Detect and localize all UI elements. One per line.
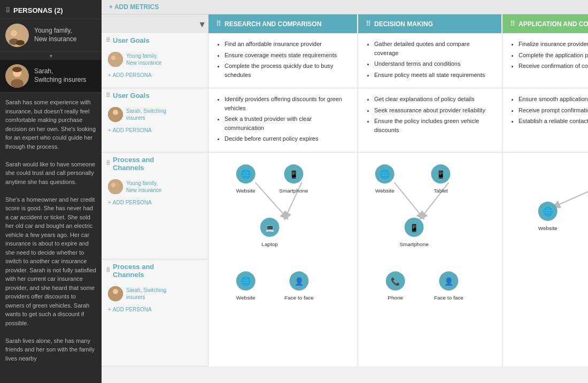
- phase-label-research: RESEARCH AND COMPARISON: [225, 20, 321, 28]
- svg-point-10: [111, 56, 115, 60]
- persona-row-name-sarah-channels: Sarah, Switching insurers: [126, 287, 166, 301]
- process-channels-cells-1: 🌐 Website 📱 Smartphone 💻 Laptop: [208, 152, 588, 259]
- svg-text:🌐: 🌐: [543, 206, 553, 216]
- avatar-sarah: [5, 64, 29, 88]
- persona-row-sarah-2: Sarah, Switching insurers: [106, 105, 204, 124]
- svg-text:Laptop: Laptop: [261, 241, 278, 247]
- phase-grid-icon-research: ⠿: [216, 20, 221, 28]
- user-goals-label-2: ⠿ User Goals: [106, 91, 204, 103]
- avatar-row-young-family-channels: [108, 179, 123, 194]
- svg-text:📱: 📱: [436, 170, 446, 179]
- svg-text:Website: Website: [236, 295, 256, 301]
- svg-point-2: [18, 32, 23, 37]
- cell-research-goals-2: Identify providers offering discounts fo…: [208, 88, 358, 152]
- persona-name-young-family: Young family, New insurance: [34, 27, 76, 43]
- cell-research-goals-1: Find an affordable insurance provider En…: [208, 33, 358, 88]
- svg-point-16: [116, 183, 120, 187]
- collapse-arrow-icon[interactable]: ▼: [198, 20, 206, 29]
- user-goals-cells-2: Identify providers offering discounts fo…: [208, 88, 588, 152]
- phase-header-row: ▼ ⠿ RESEARCH AND COMPARISON ⠿ DECISION M…: [102, 14, 588, 33]
- svg-text:🌐: 🌐: [241, 169, 251, 179]
- user-goals-left-2: ⠿ User Goals Sarah, Switching insur: [102, 88, 208, 152]
- svg-point-11: [116, 57, 120, 60]
- section-drag-icon-2: ⠿: [106, 92, 110, 99]
- cell-decision-goals-1: Gather detailed quotes and compare cover…: [358, 33, 502, 88]
- journey-scroll-area[interactable]: ▼ ⠿ RESEARCH AND COMPARISON ⠿ DECISION M…: [102, 14, 588, 383]
- persona-row-name-young-family-1: Young family, New insurance: [126, 52, 161, 66]
- svg-text:Face to face: Face to face: [434, 295, 463, 301]
- svg-line-39: [556, 182, 588, 206]
- svg-text:💻: 💻: [265, 223, 275, 232]
- svg-text:🌐: 🌐: [241, 276, 251, 286]
- phase-header-decision: ⠿ DECISION MAKING: [358, 14, 502, 33]
- phase-header-application: ⠿ APPLICATION AND CONFIRMA...: [502, 14, 588, 33]
- svg-text:Tablet: Tablet: [434, 188, 448, 194]
- phase-header-research: ⠿ RESEARCH AND COMPARISON: [208, 14, 358, 33]
- svg-text:Face to face: Face to face: [284, 295, 314, 301]
- process-channels-row-2: ⠿ Process andChannels Sarah, Switching: [102, 259, 588, 366]
- svg-text:Phone: Phone: [388, 295, 403, 301]
- svg-point-4: [16, 40, 25, 45]
- process-channels-left-1: ⠿ Process andChannels Young fami: [102, 152, 208, 259]
- persona-bio: Sarah has some experience with insurance…: [0, 93, 102, 383]
- user-goals-left-1: ⠿ User Goals Young family,: [102, 33, 208, 88]
- channel-cell-application-2: ✉ Mail: [502, 259, 588, 366]
- section-drag-icon-1: ⠿: [106, 37, 110, 44]
- cell-decision-goals-2: Get clear explanations of policy details…: [358, 88, 502, 152]
- section-drag-icon-4: ⠿: [106, 267, 110, 274]
- svg-point-13: [113, 110, 118, 115]
- persona-name-sarah: Sarah, Switching insurers: [34, 67, 86, 84]
- persona-row-name-sarah-2: Sarah, Switching insurers: [126, 108, 166, 121]
- channel-svg-application-1: 📱 Smartphone 🌐 Website: [502, 152, 588, 259]
- svg-text:👤: 👤: [295, 277, 304, 286]
- section-drag-icon-3: ⠿: [106, 160, 110, 167]
- avatar-row-sarah-channels: [108, 286, 123, 301]
- persona-row-young-family-1: Young family, New insurance: [106, 50, 204, 69]
- svg-text:📱: 📱: [409, 223, 419, 232]
- user-goals-cells-1: Find an affordable insurance provider En…: [208, 33, 588, 88]
- top-toolbar: + ADD METRICS: [102, 0, 588, 14]
- channel-svg-decision-2: 📞 Phone 👤 Face to face: [358, 259, 502, 366]
- channel-svg-research-1: 🌐 Website 📱 Smartphone 💻 Laptop: [208, 152, 358, 259]
- channel-cell-decision-1: 🌐 Website 📱 Tablet 📱 Smartphone: [358, 152, 502, 259]
- journey-table: ▼ ⠿ RESEARCH AND COMPARISON ⠿ DECISION M…: [102, 14, 588, 366]
- svg-text:📞: 📞: [391, 277, 400, 286]
- svg-text:Smartphone: Smartphone: [399, 241, 429, 247]
- add-metrics-button[interactable]: + ADD METRICS: [109, 3, 159, 11]
- svg-point-47: [113, 289, 118, 294]
- avatar-row-young-family-1: [108, 52, 123, 67]
- add-persona-button-3[interactable]: + ADD PERSONA: [106, 198, 204, 206]
- process-channels-label-1: ⠿ Process andChannels: [106, 156, 204, 175]
- cell-application-goals-1: Finalize insurance provider choice Compl…: [502, 33, 588, 88]
- user-goals-row-1: ⠿ User Goals Young family,: [102, 33, 588, 88]
- channel-cell-application-1: 📱 Smartphone 🌐 Website: [502, 152, 588, 259]
- svg-point-9: [108, 52, 123, 67]
- sidebar: ⠿ PERSONAS (2) Young family, New insuran…: [0, 0, 102, 383]
- phase-label-application: APPLICATION AND CONFIRMA...: [519, 20, 588, 28]
- persona-item-sarah[interactable]: Sarah, Switching insurers: [0, 60, 102, 93]
- phase-grid-icon-application: ⠿: [510, 20, 515, 28]
- chevron-down-icon[interactable]: ▾: [0, 52, 102, 60]
- add-persona-button-2[interactable]: + ADD PERSONA: [106, 126, 204, 134]
- phase-label-decision: DECISION MAKING: [374, 20, 433, 28]
- channel-svg-research-2: 🌐 Website 👤 Face to face: [208, 259, 358, 366]
- channel-svg-decision-1: 🌐 Website 📱 Tablet 📱 Smartphone: [358, 152, 502, 259]
- channel-cell-research-2: 🌐 Website 👤 Face to face: [208, 259, 358, 366]
- add-persona-button-4[interactable]: + ADD PERSONA: [106, 305, 204, 313]
- channel-cell-decision-2: 📞 Phone 👤 Face to face: [358, 259, 502, 366]
- svg-line-28: [394, 182, 422, 217]
- channel-svg-application-2: ✉ Mail: [502, 259, 588, 366]
- phase-grid-icon-decision: ⠿: [366, 20, 371, 28]
- svg-text:🌐: 🌐: [380, 169, 390, 179]
- sidebar-header: ⠿ PERSONAS (2): [0, 0, 102, 19]
- avatar-row-sarah-2: [108, 107, 123, 122]
- process-channels-row-1: ⠿ Process andChannels Young fami: [102, 152, 588, 259]
- svg-text:👤: 👤: [444, 277, 454, 286]
- user-goals-label-1: ⠿ User Goals: [106, 36, 204, 48]
- svg-point-8: [12, 67, 22, 72]
- add-persona-button-1[interactable]: + ADD PERSONA: [106, 71, 204, 79]
- persona-item-young-family[interactable]: Young family, New insurance: [0, 19, 102, 52]
- svg-point-15: [111, 183, 115, 187]
- avatar-young-family: [5, 24, 29, 47]
- process-channels-cells-2: 🌐 Website 👤 Face to face: [208, 259, 588, 366]
